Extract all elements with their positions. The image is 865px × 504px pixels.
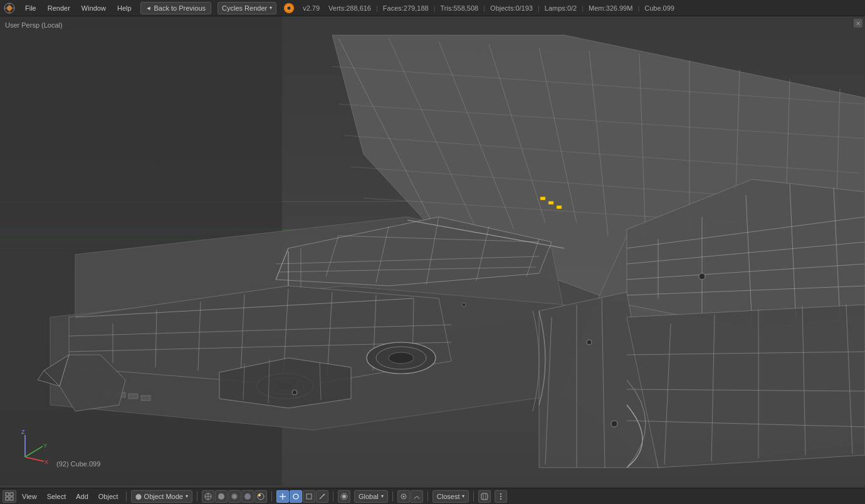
rotate-btn[interactable] — [290, 490, 302, 503]
back-arrow-icon: ◄ — [146, 5, 152, 11]
menu-render[interactable]: Render — [43, 2, 75, 14]
close-viewport-button[interactable]: ✕ — [854, 19, 862, 28]
svg-text:X: X — [45, 459, 48, 465]
material-shading-btn[interactable] — [241, 490, 254, 503]
bottom-add-menu[interactable]: Add — [71, 490, 93, 503]
viewport-type-button[interactable] — [3, 490, 16, 503]
proportional-mode-btn[interactable] — [411, 490, 423, 503]
proportional-icons-group — [397, 490, 423, 503]
blender-logo — [283, 2, 295, 14]
axis-indicator: Z X Y — [13, 429, 50, 466]
svg-rect-109 — [6, 497, 9, 500]
svg-point-96 — [462, 303, 466, 307]
svg-rect-77 — [540, 197, 545, 200]
snap-element-dropdown[interactable]: Closest ▾ — [432, 490, 469, 503]
opensubdiv-btn[interactable] — [478, 490, 491, 503]
render-engine-label: Cycles Render — [222, 4, 267, 12]
closest-dropdown-arrow: ▾ — [462, 493, 464, 499]
global-label: Global — [359, 493, 379, 500]
svg-text:Z: Z — [21, 429, 25, 435]
separator-4 — [333, 491, 333, 501]
svg-rect-92 — [141, 396, 150, 401]
scale-btn[interactable] — [303, 490, 315, 503]
verts-count: Verts:288,616 — [325, 4, 375, 12]
svg-point-119 — [258, 494, 261, 496]
3d-viewport[interactable]: User Persp (Local) ✕ — [0, 16, 865, 485]
version-text: v2.79 — [299, 4, 323, 12]
bottom-select-menu[interactable]: Select — [43, 490, 71, 503]
menu-window[interactable]: Window — [76, 2, 111, 14]
transform-icons-group — [276, 490, 328, 503]
snap-toggle-btn[interactable] — [338, 490, 350, 503]
translate-btn[interactable] — [276, 490, 289, 503]
render-engine-dropdown[interactable]: Cycles Render ▾ — [218, 2, 276, 14]
svg-rect-108 — [10, 493, 13, 496]
object-mode-label: Object Mode — [144, 493, 183, 500]
separator-2 — [197, 491, 197, 501]
render-dropdown-arrow: ▾ — [270, 5, 272, 11]
separator-7 — [473, 491, 474, 501]
back-to-previous-button[interactable]: ◄ Back to Previous — [140, 2, 211, 14]
object-mode-dropdown[interactable]: ⬤ Object Mode ▾ — [131, 490, 192, 503]
viewport-shading-group — [202, 490, 267, 503]
viewport-label: User Persp (Local) — [5, 21, 63, 29]
objects-count: Objects:0/193 — [486, 4, 537, 12]
svg-text:Y: Y — [43, 443, 47, 449]
separator-3 — [271, 491, 272, 501]
bottom-status-bar: View Select Add Object ⬤ Object Mode ▾ — [0, 488, 865, 504]
lamps-count: Lamps:0/2 — [541, 4, 580, 12]
svg-point-63 — [389, 352, 414, 364]
texture-shading-btn[interactable] — [228, 490, 241, 503]
top-menu-bar: File Render Window Help ◄ Back to Previo… — [0, 0, 865, 16]
tris-count: Tris:558,508 — [436, 4, 482, 12]
proportional-edit-btn[interactable] — [397, 490, 410, 503]
svg-point-133 — [500, 493, 501, 494]
mode-icon: ⬤ — [135, 493, 142, 500]
svg-point-118 — [258, 493, 264, 500]
extra-options-btn[interactable] — [495, 490, 507, 503]
svg-point-126 — [342, 495, 346, 498]
svg-line-103 — [25, 457, 44, 461]
faces-count: Faces:279,188 — [379, 4, 432, 12]
svg-point-129 — [402, 495, 404, 497]
svg-line-105 — [25, 446, 43, 457]
svg-point-100 — [611, 421, 617, 427]
svg-point-97 — [292, 390, 297, 395]
back-btn-label: Back to Previous — [154, 4, 206, 12]
global-dropdown-arrow: ▾ — [381, 493, 384, 499]
menu-file[interactable]: File — [20, 2, 41, 14]
wireframe-shading-btn[interactable] — [202, 490, 214, 503]
svg-rect-79 — [557, 206, 562, 209]
svg-point-117 — [244, 493, 251, 500]
svg-point-135 — [500, 498, 501, 499]
separator-6 — [427, 491, 428, 501]
blender-icon — [3, 1, 16, 15]
svg-point-114 — [218, 493, 224, 500]
solid-shading-btn[interactable] — [215, 490, 228, 503]
mem-usage: Mem:326.99M — [585, 4, 636, 12]
svg-point-116 — [233, 495, 236, 498]
svg-rect-78 — [548, 201, 553, 204]
rendered-shading-btn[interactable] — [254, 490, 267, 503]
svg-rect-123 — [307, 494, 312, 499]
svg-rect-91 — [128, 394, 138, 399]
transform-space-dropdown[interactable]: Global ▾ — [354, 490, 388, 503]
svg-point-99 — [699, 273, 705, 280]
svg-point-122 — [293, 494, 298, 499]
svg-point-134 — [500, 495, 501, 496]
bottom-view-menu[interactable]: View — [18, 490, 41, 503]
separator-5 — [392, 491, 393, 501]
svg-point-98 — [587, 340, 592, 345]
object-label: (92) Cube.099 — [56, 460, 100, 468]
bottom-object-menu[interactable]: Object — [94, 490, 123, 503]
mode-dropdown-arrow: ▾ — [186, 493, 188, 499]
svg-rect-130 — [481, 493, 488, 500]
menu-help[interactable]: Help — [112, 2, 137, 14]
svg-point-6 — [287, 6, 290, 9]
3d-mesh-wireframe — [0, 16, 865, 485]
separator-1 — [126, 491, 127, 501]
svg-marker-68 — [627, 305, 865, 468]
manipulator-on-btn[interactable] — [316, 490, 328, 503]
active-object: Cube.099 — [641, 4, 678, 12]
svg-rect-107 — [6, 493, 9, 496]
